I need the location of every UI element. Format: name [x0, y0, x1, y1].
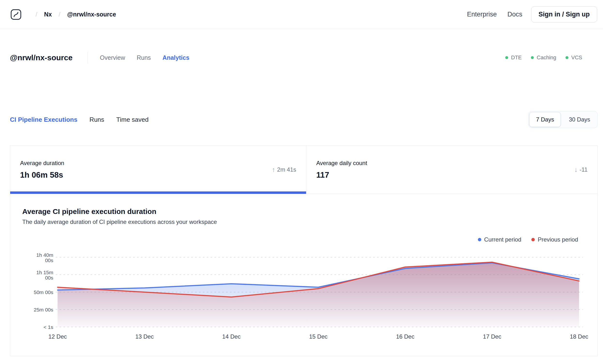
range-30-days[interactable]: 30 Days	[562, 111, 597, 128]
green-dot-icon	[566, 56, 568, 59]
chart-subtitle: The daily average duration of CI pipelin…	[22, 219, 589, 225]
metric-card-average-duration[interactable]: Average duration 1h 06m 58s ↑ 2m 41s	[10, 146, 306, 194]
x-axis-tick-label: 13 Dec	[135, 333, 154, 340]
metric-cards-row: Average duration 1h 06m 58s ↑ 2m 41s Ave…	[10, 146, 597, 194]
delta-value: 2m 41s	[277, 166, 296, 173]
breadcrumb-org[interactable]: Nx	[44, 11, 52, 18]
analytics-subnav: CI Pipeline Executions Runs Time saved 7…	[10, 111, 598, 128]
range-7-days[interactable]: 7 Days	[529, 112, 561, 127]
metric-label: Average daily count	[316, 160, 367, 166]
page-content: @nrwl/nx-source Overview Runs Analytics …	[0, 52, 603, 356]
metric-card-average-daily-count[interactable]: Average daily count 117 ↓ -11	[306, 146, 597, 194]
top-nav-bar: / Nx / @nrwl/nx-source Enterprise Docs S…	[0, 0, 603, 29]
metric-delta: ↓ -11	[574, 166, 588, 174]
breadcrumb-repo[interactable]: @nrwl/nx-source	[67, 11, 116, 18]
green-dot-icon	[531, 56, 534, 59]
status-badge-caching: Caching	[531, 54, 556, 61]
metric-card-left: Average duration 1h 06m 58s	[20, 160, 64, 180]
nx-cloud-logo-icon	[11, 9, 22, 20]
y-axis-tick-label: 25m 00s	[34, 307, 53, 312]
tab-ci-pipeline-executions[interactable]: CI Pipeline Executions	[10, 116, 77, 123]
legend-dot-blue-icon	[478, 238, 481, 241]
chart-title: Average CI pipeline execution duration	[22, 207, 589, 216]
series-area-fill	[58, 262, 579, 327]
docs-link[interactable]: Docs	[507, 11, 522, 18]
x-axis-tick-label: 18 Dec	[570, 333, 588, 340]
legend-dot-red-icon	[531, 238, 535, 241]
status-badge-label: Caching	[537, 54, 556, 61]
x-axis-tick-label: 15 Dec	[309, 333, 327, 340]
arrow-up-icon: ↑	[272, 166, 275, 174]
tab-analytics-runs[interactable]: Runs	[90, 116, 104, 123]
workspace-header: @nrwl/nx-source Overview Runs Analytics …	[10, 52, 598, 63]
date-range-toggle: 7 Days 30 Days	[528, 111, 598, 128]
status-badge-dte: DTE	[505, 54, 522, 61]
enterprise-link[interactable]: Enterprise	[467, 11, 497, 18]
breadcrumb-separator: /	[58, 11, 60, 18]
status-badges: DTE Caching VCS	[505, 54, 582, 61]
status-badge-vcs: VCS	[566, 54, 582, 61]
status-badge-label: VCS	[571, 54, 582, 61]
breadcrumb-separator: /	[35, 11, 37, 18]
tab-time-saved[interactable]: Time saved	[116, 116, 149, 123]
tab-runs[interactable]: Runs	[135, 53, 153, 63]
metric-card-left: Average daily count 117	[316, 160, 367, 180]
x-axis-tick-label: 17 Dec	[483, 333, 501, 340]
nx-cloud-logo[interactable]	[11, 9, 22, 20]
y-axis-tick-label: 1h 15m00s	[36, 270, 53, 281]
analytics-tabs: CI Pipeline Executions Runs Time saved	[10, 116, 149, 123]
x-axis-tick-label: 14 Dec	[222, 333, 241, 340]
legend-item-previous-period: Previous period	[531, 236, 578, 243]
topbar-right-nav: Enterprise Docs Sign in / Sign up	[456, 6, 597, 23]
selected-card-indicator	[10, 191, 306, 194]
status-badge-label: DTE	[511, 54, 522, 61]
tab-overview[interactable]: Overview	[98, 53, 127, 63]
y-axis-tick-label: 1h 40m00s	[36, 252, 53, 263]
metric-label: Average duration	[20, 160, 64, 166]
x-axis-tick-label: 16 Dec	[396, 333, 415, 340]
signin-button[interactable]: Sign in / Sign up	[531, 6, 597, 23]
arrow-down-icon: ↓	[574, 166, 578, 174]
y-axis-tick-label: < 1s	[44, 324, 53, 330]
analytics-panel: Average duration 1h 06m 58s ↑ 2m 41s Ave…	[10, 145, 598, 356]
tab-analytics[interactable]: Analytics	[161, 53, 191, 63]
legend-label: Previous period	[538, 236, 578, 243]
metric-delta: ↑ 2m 41s	[272, 166, 296, 174]
legend-item-current-period: Current period	[478, 236, 521, 243]
header-divider	[88, 52, 88, 63]
chart-legend: Current period Previous period	[22, 236, 578, 243]
x-axis-tick-label: 12 Dec	[48, 333, 67, 340]
chart-section: Average CI pipeline execution duration T…	[10, 194, 597, 356]
workspace-tabs: Overview Runs Analytics	[98, 53, 191, 63]
duration-line-chart: 1h 40m00s1h 15m00s50m 00s25m 00s< 1s12 D…	[22, 248, 590, 345]
legend-label: Current period	[484, 236, 521, 243]
green-dot-icon	[505, 56, 508, 59]
metric-value: 1h 06m 58s	[20, 170, 64, 180]
page-title: @nrwl/nx-source	[10, 53, 73, 62]
delta-value: -11	[580, 166, 588, 173]
y-axis-tick-label: 50m 00s	[34, 289, 53, 295]
metric-value: 117	[316, 170, 367, 180]
